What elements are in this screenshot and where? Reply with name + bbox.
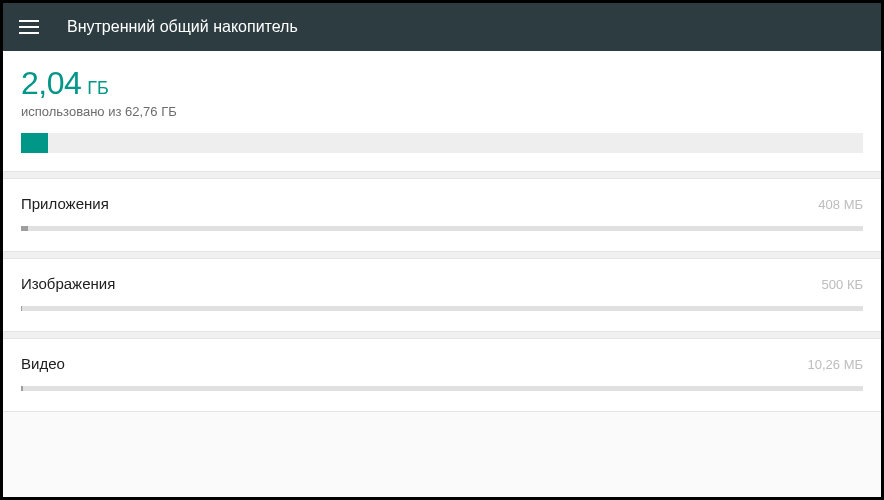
category-size: 10,26 МБ — [807, 357, 863, 372]
category-size: 408 МБ — [818, 197, 863, 212]
section-divider — [3, 251, 881, 259]
used-amount: 2,04 ГБ — [21, 65, 863, 102]
total-usage-bar — [21, 133, 863, 153]
menu-icon[interactable] — [19, 20, 39, 34]
section-divider — [3, 411, 881, 412]
category-size: 500 КБ — [822, 277, 863, 292]
category-bar-fill — [21, 386, 23, 391]
category-label: Видео — [21, 355, 65, 372]
category-bar — [21, 226, 863, 231]
content: 2,04 ГБ использовано из 62,76 ГБ Приложе… — [3, 51, 881, 497]
section-divider — [3, 171, 881, 179]
category-bar-fill — [21, 226, 28, 231]
used-value: 2,04 — [21, 65, 81, 102]
used-subtext: использовано из 62,76 ГБ — [21, 104, 863, 119]
storage-summary: 2,04 ГБ использовано из 62,76 ГБ — [3, 51, 881, 171]
category-images[interactable]: Изображения 500 КБ — [3, 259, 881, 331]
app-frame: Внутренний общий накопитель 2,04 ГБ испо… — [0, 0, 884, 500]
app-bar: Внутренний общий накопитель — [3, 3, 881, 51]
category-label: Изображения — [21, 275, 115, 292]
category-bar — [21, 386, 863, 391]
category-video[interactable]: Видео 10,26 МБ — [3, 339, 881, 411]
page-title: Внутренний общий накопитель — [67, 18, 298, 36]
category-bar-fill — [21, 306, 22, 311]
total-usage-fill — [21, 133, 48, 153]
category-apps[interactable]: Приложения 408 МБ — [3, 179, 881, 251]
category-label: Приложения — [21, 195, 109, 212]
section-divider — [3, 331, 881, 339]
category-bar — [21, 306, 863, 311]
used-unit: ГБ — [87, 78, 109, 99]
